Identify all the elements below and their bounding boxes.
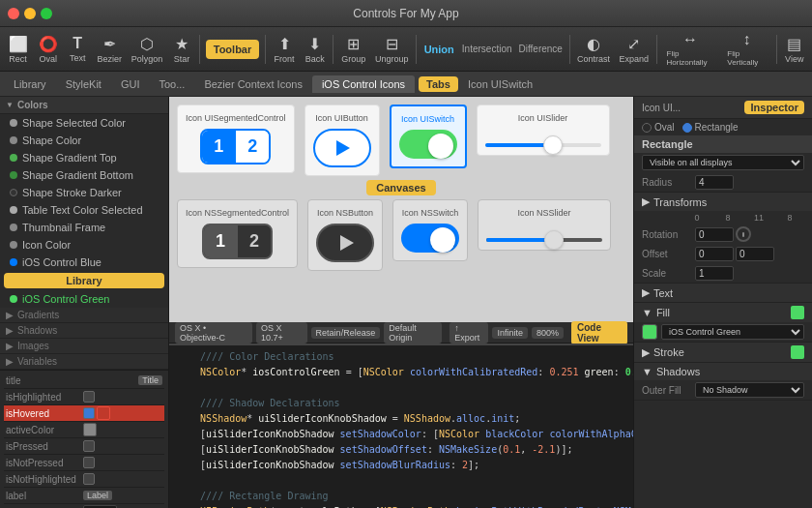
color-dot-shape <box>10 136 17 144</box>
maximize-button[interactable] <box>41 8 52 19</box>
scale-input[interactable] <box>695 266 734 281</box>
toolbar-front[interactable]: ⬆ Front <box>270 32 299 67</box>
ns-seg-btn-2[interactable]: 2 <box>238 225 271 257</box>
toolbar-oval[interactable]: ⭕ Oval <box>34 32 62 67</box>
radius-input[interactable] <box>695 175 734 190</box>
ishovered-checkbox[interactable] <box>83 407 95 419</box>
oval-radio-item[interactable]: Oval <box>642 122 675 133</box>
sidebar-item-table-text[interactable]: Table Text Color Selected <box>0 201 168 219</box>
tab-gui[interactable]: GUI <box>111 75 150 93</box>
segmented-macos-control[interactable]: 1 2 <box>202 224 273 259</box>
rect-radio[interactable] <box>682 123 692 133</box>
images-header[interactable]: ▶ Images <box>0 339 168 354</box>
ispressed-checkbox[interactable] <box>83 440 95 452</box>
seg-btn-1[interactable]: 1 <box>202 131 236 163</box>
toolbar-group[interactable]: ⊞ Group <box>337 32 369 67</box>
tab-ios-control[interactable]: iOS Control Icons <box>312 75 415 93</box>
toolbar-back[interactable]: ⬇ Back <box>301 32 329 67</box>
window-controls[interactable] <box>8 8 52 19</box>
rotation-input[interactable] <box>695 227 734 242</box>
display-mode-select[interactable]: Visible on all displays <box>642 155 804 170</box>
gradients-header[interactable]: ▶ Gradients <box>0 308 168 323</box>
code-lang: OS X • Objective-C <box>175 322 252 344</box>
tab-stylekit[interactable]: StyleKit <box>56 75 111 93</box>
stroke-section-header[interactable]: ▶ Stroke <box>634 343 812 362</box>
shadows-section-header[interactable]: ▼ Shadows <box>634 363 812 380</box>
toolbar-polygon[interactable]: ⬡ Polygon <box>128 32 166 67</box>
text-section-header[interactable]: ▶ Text <box>634 284 812 302</box>
toolbar-rect-label: Rect <box>9 54 27 64</box>
text-arrow-icon: ▶ <box>642 286 650 299</box>
code-toolbar: OS X • Objective-C OS X 10.7+ Retain/Rel… <box>169 322 633 344</box>
toolbar-intersection[interactable]: Intersection <box>460 41 514 57</box>
sidebar-item-stroke-darker[interactable]: Shape Stroke Darker <box>0 184 168 201</box>
code-line-2: NSColor* iosControlGreen = [NSColor colo… <box>177 365 625 380</box>
tab-library[interactable]: Library <box>4 75 56 93</box>
outer-fill-select[interactable]: No Shadow <box>695 382 804 398</box>
toolbar-text[interactable]: T Text <box>64 32 91 66</box>
tab-tools[interactable]: Too... <box>149 75 194 93</box>
code-line-9 <box>177 473 625 489</box>
shadows-arrow-icon: ▼ <box>642 366 652 377</box>
toolbar-contrast[interactable]: ◐ Contrast <box>574 32 614 67</box>
minimize-button[interactable] <box>24 8 36 19</box>
code-export[interactable]: ↑ Export <box>450 322 488 344</box>
toggle-ios-switch[interactable] <box>399 130 457 159</box>
play-macos-button[interactable] <box>316 224 374 262</box>
variables-header[interactable]: ▶ Variables <box>0 354 168 370</box>
toggle-macos-switch[interactable] <box>401 224 459 253</box>
sidebar-colors-header[interactable]: ▼ Colors <box>0 97 168 114</box>
fill-color-swatch[interactable] <box>642 324 657 340</box>
slider-macos-track[interactable] <box>486 238 602 242</box>
oval-radio[interactable] <box>642 123 652 133</box>
offset-x-input[interactable] <box>695 247 734 261</box>
toolbar-view[interactable]: ▤ View <box>780 32 808 67</box>
tab-bezier-context[interactable]: Bezier Context Icons <box>194 75 312 93</box>
sidebar-item-ios-blue[interactable]: iOS Control Blue <box>0 254 168 271</box>
tab-icon-uiswitch[interactable]: Icon UISwitch <box>458 75 542 93</box>
toolbar-union[interactable]: Union <box>420 41 458 58</box>
code-infinite: Infinite <box>492 327 528 339</box>
slider-ios-knob[interactable] <box>543 135 563 155</box>
code-view[interactable]: //// Color Declarations NSColor* iosCont… <box>169 344 633 508</box>
toolbar-expand[interactable]: ⤢ Expand <box>616 32 652 67</box>
rectangle-radio-item[interactable]: Rectangle <box>682 122 739 133</box>
toolbar-flip-v[interactable]: ↕ Flip Vertically <box>721 28 771 70</box>
sidebar-item-shape-selected[interactable]: Shape Selected Color <box>0 114 168 132</box>
transforms-header[interactable]: ▶ Transforms <box>634 193 812 211</box>
active-color-swatch[interactable] <box>83 423 97 436</box>
sidebar-item-gradient-top[interactable]: Shape Gradient Top <box>0 149 168 166</box>
ishighlighted-checkbox[interactable] <box>83 391 95 403</box>
toolbar-ungroup[interactable]: ⊟ Ungroup <box>371 32 412 67</box>
toolbar-difference[interactable]: Difference <box>516 41 566 57</box>
play-macos-icon <box>340 235 354 251</box>
toolbar-back-label: Back <box>305 54 325 64</box>
offset-y-input[interactable] <box>736 247 774 261</box>
ns-seg-btn-1[interactable]: 1 <box>204 225 238 257</box>
fill-section-header[interactable]: ▼ Fill <box>634 303 812 322</box>
sidebar-item-icon-color[interactable]: Icon Color <box>0 236 168 254</box>
rotation-dial[interactable] <box>736 226 751 242</box>
play-ios-button[interactable] <box>313 129 371 167</box>
sidebar-item-shape-color[interactable]: Shape Color <box>0 132 168 149</box>
hovered-color[interactable] <box>97 406 110 420</box>
fill-color-select[interactable]: iOS Control Green <box>661 324 804 340</box>
toolbar-bezier[interactable]: ✒ Bezier <box>93 32 126 67</box>
code-line-8: [uiSliderIconKnobShadow setShadowBlurRad… <box>177 458 625 473</box>
toolbar-rect[interactable]: ⬜ Rect <box>4 32 32 67</box>
shadows-header[interactable]: ▶ Shadows <box>0 323 168 339</box>
close-button[interactable] <box>8 8 19 19</box>
center-input[interactable] <box>83 505 117 509</box>
color-dot-shape-selected <box>10 119 17 127</box>
isnothighlighted-checkbox[interactable] <box>83 473 95 485</box>
sidebar-item-ios-green[interactable]: iOS Control Green <box>0 290 168 308</box>
sidebar-item-gradient-bottom[interactable]: Shape Gradient Bottom <box>0 166 168 184</box>
slider-ios-track[interactable] <box>485 143 601 147</box>
seg-btn-2[interactable]: 2 <box>236 131 269 163</box>
isnotpressed-checkbox[interactable] <box>83 457 95 468</box>
toolbar-flip-h[interactable]: ↔ Flip Horizontally <box>661 28 720 70</box>
slider-macos-knob[interactable] <box>544 230 564 250</box>
toolbar-star[interactable]: ★ Star <box>168 32 195 67</box>
segmented-ios-control[interactable]: 1 2 <box>200 129 271 164</box>
sidebar-item-thumbnail[interactable]: Thumbnail Frame <box>0 219 168 236</box>
